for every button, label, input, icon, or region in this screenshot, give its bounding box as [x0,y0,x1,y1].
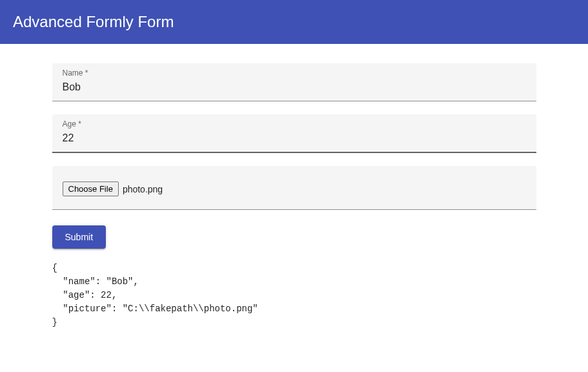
file-control: Choose File photo.png [63,181,526,196]
file-name-text: photo.png [123,184,163,194]
age-input[interactable] [63,131,526,145]
page-title: Advanced Formly Form [13,13,575,31]
file-field-wrapper: Choose File photo.png [52,166,536,210]
submit-button[interactable]: Submit [52,225,106,249]
app-header: Advanced Formly Form [0,0,588,44]
age-label: Age * [63,119,526,129]
name-field-wrapper: Name * [52,63,536,101]
choose-file-button[interactable]: Choose File [63,181,119,196]
form-container: Name * Age * Choose File photo.png Submi… [52,44,536,342]
age-field-wrapper: Age * [52,114,536,153]
form-output: { "name": "Bob", "age": 22, "picture": "… [52,262,536,329]
name-label: Name * [63,68,526,78]
name-input[interactable] [63,80,526,94]
